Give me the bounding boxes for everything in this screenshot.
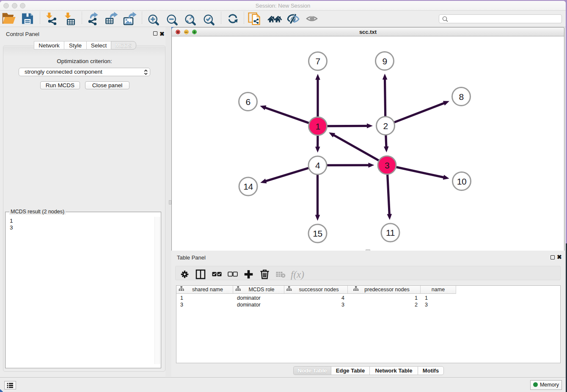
- svg-text:15: 15: [313, 229, 322, 238]
- svg-text:4: 4: [315, 160, 320, 170]
- svg-text:1: 1: [315, 121, 320, 131]
- svg-text:7: 7: [315, 56, 320, 66]
- svg-text:8: 8: [459, 92, 463, 102]
- svg-text:2: 2: [383, 121, 388, 131]
- svg-text:14: 14: [243, 182, 253, 191]
- svg-text:f(x): f(x): [291, 269, 304, 280]
- svg-text:3: 3: [385, 160, 389, 170]
- svg-text:10: 10: [457, 177, 466, 186]
- svg-text:11: 11: [386, 228, 395, 237]
- svg-text:6: 6: [245, 97, 250, 107]
- svg-text:9: 9: [382, 56, 387, 66]
